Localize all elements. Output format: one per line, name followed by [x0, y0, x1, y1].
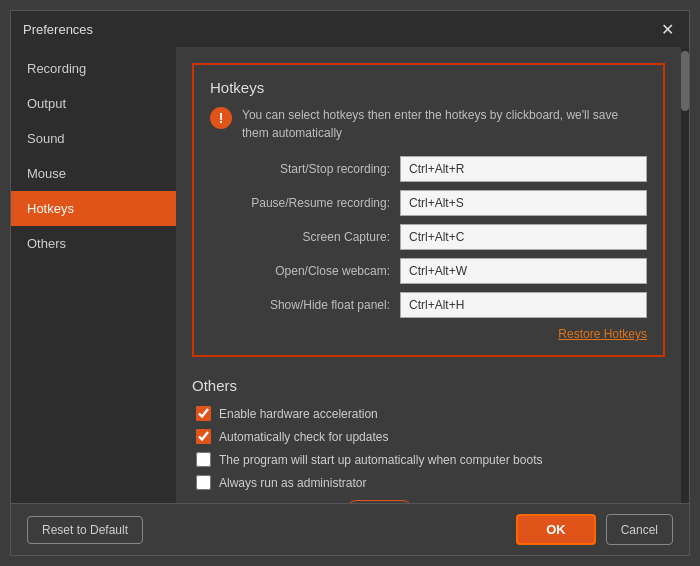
dialog-title: Preferences [23, 22, 93, 37]
ok-button[interactable]: OK [516, 514, 596, 545]
checkbox-hw-accel-input[interactable] [196, 406, 211, 421]
reset-to-default-button[interactable]: Reset to Default [27, 516, 143, 544]
checkbox-admin-input[interactable] [196, 475, 211, 490]
restore-link-container: Restore Hotkeys [210, 326, 647, 341]
preferences-dialog: Preferences ✕ Recording Output Sound Mou… [10, 10, 690, 556]
checkbox-auto-start: The program will start up automatically … [192, 452, 665, 467]
checkbox-auto-check: Automatically check for updates [192, 429, 665, 444]
info-text: You can select hotkeys then enter the ho… [242, 106, 647, 142]
sidebar: Recording Output Sound Mouse Hotkeys Oth… [11, 47, 176, 503]
sidebar-item-sound[interactable]: Sound [11, 121, 176, 156]
hotkeys-title: Hotkeys [210, 79, 647, 96]
sidebar-item-recording[interactable]: Recording [11, 51, 176, 86]
cancel-button[interactable]: Cancel [606, 514, 673, 545]
checkbox-admin: Always run as administrator [192, 475, 665, 490]
checkbox-hw-accel: Enable hardware acceleration [192, 406, 665, 421]
hotkey-input-startstop[interactable] [400, 156, 647, 182]
hotkey-label-pauseresume: Pause/Resume recording: [210, 196, 400, 210]
warning-icon: ! [210, 107, 232, 129]
hotkey-input-screencapture[interactable] [400, 224, 647, 250]
scrollbar-track [681, 47, 689, 503]
hotkey-input-floatpanel[interactable] [400, 292, 647, 318]
title-bar: Preferences ✕ [11, 11, 689, 47]
content-area: Recording Output Sound Mouse Hotkeys Oth… [11, 47, 689, 503]
hotkey-label-startstop: Start/Stop recording: [210, 162, 400, 176]
sidebar-item-others[interactable]: Others [11, 226, 176, 261]
hotkeys-section: Hotkeys ! You can select hotkeys then en… [192, 63, 665, 357]
checkbox-auto-check-label: Automatically check for updates [219, 430, 388, 444]
close-button[interactable]: ✕ [657, 19, 677, 39]
checkbox-auto-start-label: The program will start up automatically … [219, 453, 542, 467]
checkbox-auto-start-input[interactable] [196, 452, 211, 467]
checkbox-admin-label: Always run as administrator [219, 476, 366, 490]
sidebar-item-hotkeys[interactable]: Hotkeys [11, 191, 176, 226]
checkbox-hw-accel-label: Enable hardware acceleration [219, 407, 378, 421]
footer-right: OK Cancel [516, 514, 673, 545]
hotkey-row-screencapture: Screen Capture: [210, 224, 647, 250]
info-row: ! You can select hotkeys then enter the … [210, 106, 647, 142]
hotkey-label-screencapture: Screen Capture: [210, 230, 400, 244]
hotkey-row-floatpanel: Show/Hide float panel: [210, 292, 647, 318]
others-section: Others Enable hardware acceleration Auto… [192, 373, 665, 503]
hotkey-input-webcam[interactable] [400, 258, 647, 284]
checkbox-auto-check-input[interactable] [196, 429, 211, 444]
scrollbar-thumb[interactable] [681, 51, 689, 111]
hotkey-row-pauseresume: Pause/Resume recording: [210, 190, 647, 216]
footer: Reset to Default OK Cancel [11, 503, 689, 555]
main-panel: Hotkeys ! You can select hotkeys then en… [176, 47, 681, 503]
others-title: Others [192, 377, 665, 394]
hotkey-row-webcam: Open/Close webcam: [210, 258, 647, 284]
sidebar-item-mouse[interactable]: Mouse [11, 156, 176, 191]
hotkey-label-floatpanel: Show/Hide float panel: [210, 298, 400, 312]
hotkey-label-webcam: Open/Close webcam: [210, 264, 400, 278]
restore-hotkeys-link[interactable]: Restore Hotkeys [558, 327, 647, 341]
hotkey-row-startstop: Start/Stop recording: [210, 156, 647, 182]
sidebar-item-output[interactable]: Output [11, 86, 176, 121]
hotkey-input-pauseresume[interactable] [400, 190, 647, 216]
